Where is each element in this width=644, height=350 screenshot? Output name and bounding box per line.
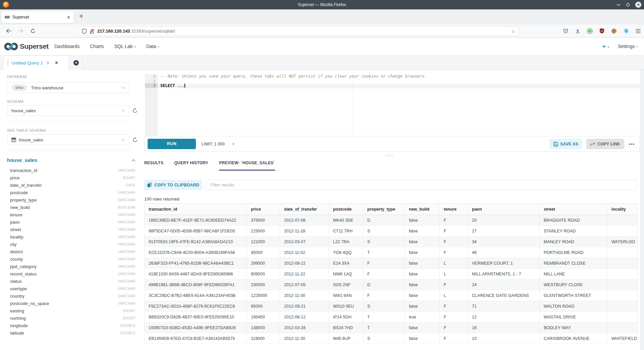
browser-tab-close-icon[interactable]: ✕: [67, 15, 70, 20]
schema-column-row[interactable]: new_buildBOOLEAN: [10, 204, 136, 211]
schema-select[interactable]: house_sales: [7, 105, 129, 116]
schema-column-row[interactable]: streetVARCHAR: [10, 226, 136, 233]
browser-tab[interactable]: Superset ✕: [1, 11, 74, 23]
schema-column-row[interactable]: usertypeVARCHAR: [10, 285, 136, 292]
extension-asterisk-icon[interactable]: [623, 28, 629, 34]
more-options-button[interactable]: •••: [629, 141, 635, 146]
table-row[interactable]: 1B5C39ED-BE7F-41EF-9E71-9C60EED74A223750…: [145, 215, 638, 226]
table-header-cell[interactable]: locality: [607, 204, 638, 215]
extension-green-icon[interactable]: [587, 28, 593, 34]
cookie-icon[interactable]: [611, 28, 617, 34]
table-schema-title[interactable]: house_sales: [7, 157, 37, 163]
schema-column-row[interactable]: countryVARCHAR: [10, 292, 136, 300]
schema-column-row[interactable]: priceBIGINT: [10, 174, 136, 181]
schema-column-row[interactable]: date_of_transferDATE: [10, 181, 136, 189]
schema-column-row[interactable]: ppd_categoryVARCHAR: [10, 263, 136, 270]
active-line-highlight: [158, 84, 640, 88]
results-tab-preview[interactable]: PREVIEW: `HOUSE_SALES`: [219, 161, 275, 171]
table-row[interactable]: 91370533-19F5-47FE-B142-A380A8ADA2101210…: [145, 236, 638, 247]
settings-menu[interactable]: Settings▾: [618, 44, 638, 49]
table-select[interactable]: house_sales: [7, 134, 129, 145]
table-row[interactable]: 419E1030-9A55-4467-8DA9-9FED95D659666090…: [145, 269, 638, 279]
schema-column-row[interactable]: statusVARCHAR: [10, 277, 136, 285]
superset-logo[interactable]: Superset: [4, 42, 50, 51]
new-tab-button[interactable]: +: [79, 12, 83, 20]
drag-handle-icon[interactable]: [7, 60, 8, 66]
filter-results-input[interactable]: Filter results: [206, 180, 637, 190]
table-header-cell[interactable]: paon: [468, 204, 540, 215]
reload-icon[interactable]: [28, 25, 38, 37]
table-row[interactable]: 2636F323-FF41-4765-81DB-98CAA6A43BC12990…: [145, 258, 638, 269]
nav-sql-lab[interactable]: SQL Lab▾: [114, 44, 136, 49]
window-minimize-icon[interactable]: [616, 4, 621, 6]
lock-insecure-icon[interactable]: [90, 29, 95, 34]
schema-column-row[interactable]: transaction_idVARCHAR: [10, 167, 136, 174]
window-maximize-icon[interactable]: [626, 3, 630, 7]
table-header-cell[interactable]: postcode: [329, 204, 363, 215]
shield-icon[interactable]: [82, 29, 87, 34]
query-tab-active[interactable]: Untitled Query 1 ✕: [3, 55, 69, 70]
menu-hamburger-icon[interactable]: [635, 28, 641, 34]
add-query-tab-button[interactable]: +: [70, 55, 83, 70]
table-header-cell[interactable]: street: [540, 204, 607, 215]
schema-refresh-icon[interactable]: [132, 108, 138, 114]
schema-column-row[interactable]: record_statusVARCHAR: [10, 270, 136, 277]
table-cell: 2012-07-06: [280, 215, 329, 226]
download-icon[interactable]: [575, 28, 581, 34]
table-row[interactable]: ECE1D376-C9A6-4C00-B004-A380B189FA568500…: [145, 247, 638, 258]
table-header-cell[interactable]: price: [247, 204, 280, 215]
table-header-cell[interactable]: transaction_id: [145, 204, 247, 215]
table-row[interactable]: 98F5DC47-0D05-4D59-95B7-98CA6F1FDE052250…: [145, 226, 638, 236]
back-icon[interactable]: [4, 25, 13, 37]
bookmark-star-icon[interactable]: ☆: [511, 29, 515, 34]
schema-column-row[interactable]: cityVARCHAR: [10, 240, 136, 248]
pocket-icon[interactable]: [563, 28, 569, 34]
table-header-cell[interactable]: date_of_transfer: [280, 204, 329, 215]
ublock-icon[interactable]: uO: [599, 28, 605, 34]
schema-column-row[interactable]: localityVARCHAR: [10, 233, 136, 240]
schema-column-row[interactable]: northingBIGINT: [10, 314, 136, 322]
table-refresh-icon[interactable]: [132, 137, 138, 143]
copy-to-clipboard-button[interactable]: COPY TO CLIPBOARD: [144, 180, 202, 190]
schema-column-row[interactable]: countyVARCHAR: [10, 255, 136, 263]
schema-column-row[interactable]: postcode_no_spaceVARCHAR: [10, 300, 136, 307]
results-tab-results[interactable]: RESULTS: [144, 161, 163, 171]
schema-column-row[interactable]: property_typeVARCHAR: [10, 196, 136, 204]
results-tab-query-history[interactable]: QUERY HISTORY: [174, 161, 208, 171]
forward-icon[interactable]: [16, 25, 25, 37]
query-tab-close-icon[interactable]: ✕: [55, 60, 58, 65]
save-as-button[interactable]: SAVE AS: [549, 139, 582, 149]
add-button[interactable]: +▾: [602, 43, 609, 50]
nav-dashboards[interactable]: Dashboards: [54, 44, 80, 49]
table-row[interactable]: F5C273AC-0D2A-458F-8279-9C61F0C22EC66500…: [145, 301, 638, 312]
collapse-chevron-up-icon[interactable]: [131, 159, 136, 162]
table-row[interactable]: 499B1981-3B6B-4BCD-808F-9FED9802BFA12300…: [145, 279, 638, 290]
sql-editor[interactable]: 1 2 3 -- Note: Unless you save your quer…: [143, 70, 640, 136]
table-header-cell[interactable]: property_type: [363, 204, 405, 215]
url-bar[interactable]: 217.160.120.143:32393/superset/sqllab/ ☆: [78, 26, 519, 36]
window-close-icon[interactable]: ✕: [635, 2, 641, 8]
schema-column-row[interactable]: tenureVARCHAR: [10, 211, 136, 218]
schema-column-row[interactable]: postcodeVARCHAR: [10, 189, 136, 196]
database-select[interactable]: trino Trino warehouse: [7, 82, 129, 93]
schema-column-row[interactable]: districtVARCHAR: [10, 248, 136, 255]
table-cell: 1225000: [247, 290, 280, 301]
pane-resize-handle[interactable]: [386, 155, 393, 157]
table-cell: 27: [468, 226, 540, 236]
table-row[interactable]: 193907D3-5DBD-453D-A49E-9FEE27DAB9261380…: [145, 322, 638, 333]
schema-column-row[interactable]: paonVARCHAR: [10, 218, 136, 226]
table-header-cell[interactable]: new_build: [405, 204, 440, 215]
page-scrollbar[interactable]: [640, 70, 644, 350]
nav-data[interactable]: Data▾: [146, 44, 159, 49]
limit-dropdown[interactable]: LIMIT: 1 000 ▼: [202, 142, 235, 146]
table-row[interactable]: EB1459EB-67ED-47C8-B2E7-A38143AB55751190…: [145, 333, 638, 344]
table-row[interactable]: 3C3C29DC-B7B2-4BE5-914A-A38123AF403B1225…: [145, 290, 638, 301]
copy-link-button[interactable]: COPY LINK: [586, 139, 624, 149]
table-header-cell[interactable]: tenure: [440, 204, 468, 215]
run-button[interactable]: RUN: [148, 139, 196, 149]
nav-charts[interactable]: Charts: [90, 44, 104, 49]
schema-column-row[interactable]: eastingBIGINT: [10, 307, 136, 314]
table-row[interactable]: BB8320C9-D82B-4B37-90E0-9FEE05095E101954…: [145, 312, 638, 322]
schema-column-row[interactable]: longitudeDOUBLE: [10, 322, 136, 329]
schema-column-row[interactable]: latitudeDOUBLE: [10, 329, 136, 337]
